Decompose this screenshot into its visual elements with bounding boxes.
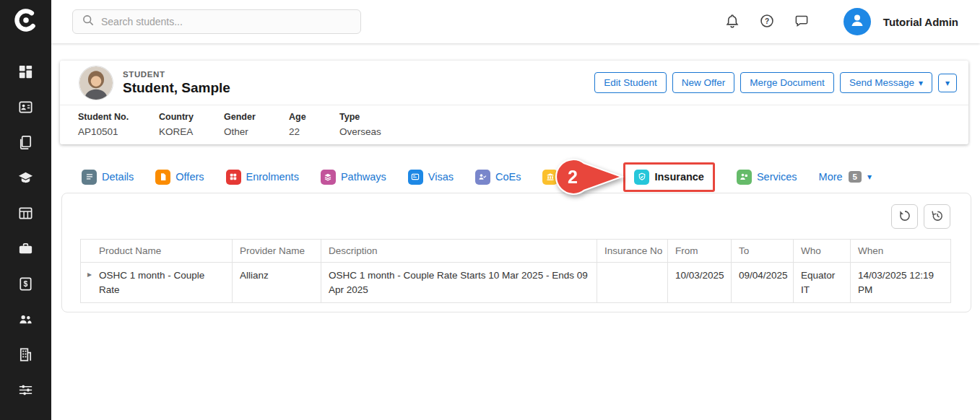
- search-input[interactable]: [101, 16, 352, 27]
- sidebar-item-settings[interactable]: [17, 382, 35, 399]
- annotation-highlight-box: Insurance 2: [623, 162, 715, 192]
- student-info-row: Student No.AP10501 CountryKOREA GenderOt…: [60, 105, 968, 137]
- finance-icon: $: [17, 276, 35, 292]
- insurance-panel: Product Name Provider Name Description I…: [61, 193, 971, 312]
- user-avatar[interactable]: [844, 8, 871, 35]
- info-value: Other: [224, 126, 289, 137]
- panel-toolbar: [891, 204, 950, 229]
- search-icon: [82, 14, 95, 30]
- insurance-tab-icon: [634, 170, 649, 185]
- column-header-from: From: [668, 240, 732, 263]
- table-row[interactable]: ▸OSHC 1 month - Couple Rate Allianz OSHC…: [81, 263, 951, 303]
- help-button[interactable]: ?: [758, 13, 776, 30]
- sliders-icon: [17, 382, 35, 398]
- info-label: Type: [339, 112, 381, 122]
- cell-insurance-no: [597, 263, 668, 303]
- info-value: AP10501: [78, 126, 159, 137]
- tab-details[interactable]: Details: [82, 170, 134, 185]
- sidebar-nav: $: [17, 64, 35, 399]
- tab-label: CoEs: [495, 171, 521, 183]
- briefcase-icon: [17, 240, 35, 257]
- details-tab-icon: [82, 170, 97, 185]
- column-header-when: When: [851, 240, 951, 263]
- send-message-button[interactable]: Send Message▾: [840, 72, 932, 93]
- info-label: Age: [289, 112, 339, 122]
- column-header-who: Who: [794, 240, 851, 263]
- tab-coes[interactable]: CoEs: [475, 170, 521, 185]
- column-header-product-name: Product Name: [81, 240, 233, 263]
- svg-text:$: $: [23, 279, 27, 288]
- info-label: Student No.: [78, 112, 159, 122]
- building-icon: [17, 346, 35, 363]
- info-country: CountryKOREA: [159, 112, 224, 137]
- cell-from: 10/03/2025: [668, 263, 732, 303]
- more-actions-button[interactable]: ▾: [938, 74, 957, 92]
- person-icon: [849, 12, 866, 32]
- merge-document-button[interactable]: Merge Document: [740, 72, 834, 93]
- offers-tab-icon: [155, 170, 170, 185]
- sidebar-item-courses[interactable]: [17, 170, 35, 187]
- tab-services[interactable]: Services: [737, 170, 797, 185]
- tab-enrolments[interactable]: Enrolments: [226, 170, 299, 185]
- tab-label: Pathways: [341, 171, 386, 183]
- new-offer-button[interactable]: New Offer: [672, 72, 735, 93]
- pathways-tab-icon: [321, 170, 336, 185]
- cell-when: 14/03/2025 12:19 PM: [851, 263, 951, 303]
- documents-icon: [17, 134, 35, 151]
- obscured-tab-icon: [542, 170, 558, 185]
- tab-visas[interactable]: Visas: [408, 170, 454, 185]
- history-button[interactable]: [924, 204, 950, 229]
- student-avatar: [79, 66, 113, 100]
- caret-down-icon: ▾: [945, 79, 950, 87]
- sidebar: $: [0, 0, 51, 420]
- student-identity: STUDENT Student, Sample: [123, 70, 230, 96]
- tab-label: Offers: [175, 171, 204, 183]
- topbar-actions: ? Tutorial Admin: [706, 8, 980, 35]
- refresh-button[interactable]: [891, 204, 918, 229]
- tab-pathways[interactable]: Pathways: [321, 170, 386, 185]
- student-name: Student, Sample: [123, 80, 230, 96]
- tab-label: Details: [102, 171, 134, 183]
- tab-more[interactable]: More 5 ▾: [819, 171, 872, 183]
- sidebar-item-agents[interactable]: [17, 240, 35, 258]
- people-icon: [17, 311, 35, 328]
- caret-down-icon: ▾: [919, 79, 923, 87]
- notifications-button[interactable]: [724, 13, 741, 30]
- services-tab-icon: [737, 170, 752, 185]
- app-logo-icon: [11, 5, 41, 38]
- history-icon: [931, 209, 944, 224]
- sidebar-item-reports[interactable]: [17, 205, 35, 222]
- edit-student-button[interactable]: Edit Student: [594, 72, 667, 93]
- table-icon: [17, 205, 35, 222]
- cell-to: 09/04/2025: [732, 263, 794, 303]
- chat-icon: [794, 20, 810, 31]
- tab-insurance[interactable]: Insurance: [634, 170, 704, 185]
- tab-label: Services: [757, 171, 797, 183]
- topbar: ? Tutorial Admin: [51, 0, 980, 43]
- column-header-to: To: [732, 240, 794, 263]
- info-type: TypeOverseas: [339, 112, 381, 137]
- user-menu: Tutorial Admin: [844, 8, 958, 35]
- coes-tab-icon: [475, 170, 490, 185]
- column-header-description: Description: [321, 240, 597, 263]
- info-value: KOREA: [159, 126, 224, 137]
- info-student-no: Student No.AP10501: [78, 112, 159, 137]
- column-header-insurance-no: Insurance No: [597, 240, 668, 263]
- cell-description: OSHC 1 month - Couple Rate Starts 10 Mar…: [321, 263, 597, 303]
- sidebar-item-contacts[interactable]: [17, 99, 35, 116]
- sidebar-item-organisation[interactable]: [17, 346, 35, 364]
- app-logo[interactable]: [0, 0, 51, 43]
- user-name: Tutorial Admin: [883, 16, 958, 28]
- help-icon: ?: [759, 20, 775, 31]
- sidebar-item-staff[interactable]: [17, 311, 35, 328]
- more-label: More: [819, 171, 843, 183]
- tab-offers[interactable]: Offers: [155, 170, 204, 185]
- row-expander-icon[interactable]: ▸: [87, 268, 92, 281]
- sidebar-item-dashboard[interactable]: [17, 64, 35, 81]
- sidebar-item-finance[interactable]: $: [17, 276, 35, 293]
- info-label: Gender: [224, 112, 289, 122]
- tab-obscured-by-annotation[interactable]: [542, 170, 602, 185]
- sidebar-item-documents[interactable]: [17, 134, 35, 152]
- chat-button[interactable]: [793, 13, 810, 30]
- graduation-cap-icon: [17, 170, 35, 186]
